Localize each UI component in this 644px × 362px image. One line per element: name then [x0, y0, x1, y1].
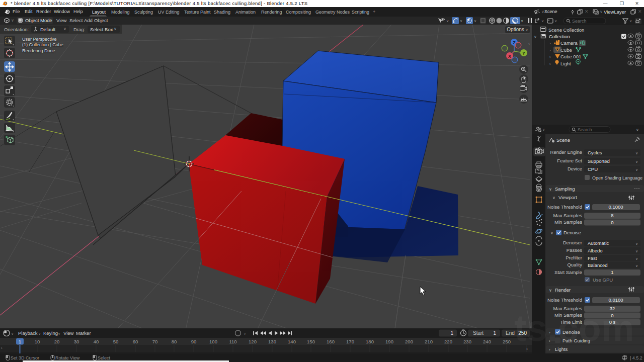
svg-text:Noise Threshold: Noise Threshold: [547, 297, 582, 303]
svg-text:Playback: Playback: [18, 330, 38, 336]
svg-text:Sampling: Sampling: [555, 186, 575, 192]
svg-text:190: 190: [385, 339, 393, 344]
svg-text:∨: ∨: [550, 231, 553, 235]
svg-text:∨: ∨: [549, 187, 552, 192]
svg-text:170: 170: [346, 339, 354, 344]
svg-text:∨: ∨: [541, 19, 544, 23]
svg-text:Search: Search: [572, 19, 587, 24]
svg-text:Rotate View: Rotate View: [55, 355, 80, 360]
svg-text:230: 230: [463, 339, 471, 344]
svg-text:∨: ∨: [635, 168, 638, 171]
svg-text:Keying: Keying: [43, 330, 58, 336]
svg-text:∨: ∨: [521, 19, 523, 23]
svg-text:∨: ∨: [635, 249, 638, 253]
svg-text:30: 30: [74, 339, 79, 344]
svg-text:Select: Select: [98, 355, 111, 360]
svg-text:| 4.5.2: | 4.5.2: [630, 355, 642, 360]
svg-text:X: X: [508, 54, 511, 59]
svg-text:Scene: Scene: [556, 137, 570, 143]
svg-text:›: ›: [549, 62, 551, 66]
svg-text:∨: ∨: [635, 257, 638, 260]
svg-text:90: 90: [191, 339, 197, 344]
svg-text:1: 1: [450, 330, 453, 336]
svg-text:50: 50: [113, 339, 119, 344]
svg-text:Light: Light: [560, 61, 571, 66]
svg-text:Collection: Collection: [549, 34, 570, 39]
svg-text:130: 130: [268, 339, 276, 344]
svg-text:Denoise: Denoise: [564, 230, 581, 235]
svg-text:View: View: [63, 330, 74, 336]
svg-text:Balanced: Balanced: [588, 262, 608, 268]
svg-text:Y: Y: [522, 51, 525, 56]
svg-text:Viewport: Viewport: [558, 195, 577, 200]
svg-text:∨: ∨: [38, 332, 41, 335]
svg-text:Denoiser: Denoiser: [563, 240, 582, 245]
svg-text:100: 100: [209, 339, 217, 344]
svg-text:Passes: Passes: [567, 247, 582, 253]
svg-text:60: 60: [133, 339, 138, 344]
svg-text:Min Samples: Min Samples: [554, 219, 582, 225]
svg-text:∨: ∨: [244, 332, 246, 335]
svg-text:∨: ∨: [629, 19, 632, 23]
svg-text:∨: ∨: [635, 160, 638, 163]
svg-text:Device: Device: [568, 166, 582, 171]
svg-text:70: 70: [152, 339, 158, 344]
svg-text:Render: Render: [555, 287, 571, 293]
svg-text:10: 10: [35, 339, 40, 344]
svg-text:210: 210: [425, 339, 433, 344]
svg-text:Start Sample: Start Sample: [554, 269, 582, 275]
svg-text:Camera: Camera: [560, 40, 578, 46]
svg-text:›: ›: [549, 55, 551, 59]
svg-text:220: 220: [444, 339, 452, 344]
svg-text:∨: ∨: [446, 19, 449, 23]
svg-text:Supported: Supported: [588, 158, 610, 164]
svg-text:Albedo: Albedo: [588, 248, 603, 253]
svg-text:160: 160: [327, 339, 335, 344]
svg-text:40: 40: [94, 339, 99, 344]
svg-text:∨: ∨: [58, 332, 60, 335]
svg-text:Prefilter: Prefilter: [566, 255, 582, 260]
svg-text:Feature Set: Feature Set: [557, 158, 582, 163]
svg-text:End: End: [506, 330, 515, 336]
svg-text:∨: ∨: [635, 264, 638, 267]
svg-text:150: 150: [307, 339, 315, 344]
svg-text:Fast: Fast: [588, 255, 597, 261]
svg-text:∨: ∨: [11, 332, 14, 335]
svg-text:›: ›: [549, 48, 551, 53]
svg-text:200: 200: [405, 339, 413, 344]
svg-text:250: 250: [503, 339, 511, 344]
svg-text:80: 80: [172, 339, 177, 344]
svg-text:Automatic: Automatic: [588, 240, 609, 246]
svg-text:Max Samples: Max Samples: [553, 213, 582, 218]
svg-text:240: 240: [483, 339, 491, 344]
svg-text:∨: ∨: [534, 35, 537, 39]
svg-text:Start: Start: [473, 330, 484, 336]
svg-text:Open Shading Language: Open Shading Language: [592, 175, 642, 180]
svg-text:180: 180: [366, 339, 374, 344]
svg-text:0.1000: 0.1000: [608, 204, 623, 210]
svg-text:∨: ∨: [635, 242, 638, 245]
svg-text:∨: ∨: [542, 128, 545, 131]
svg-text:∨: ∨: [460, 19, 462, 23]
svg-text:Scene Collection: Scene Collection: [548, 27, 584, 33]
svg-text:Quality: Quality: [567, 262, 582, 267]
svg-text:110: 110: [229, 339, 236, 344]
svg-text:Search: Search: [578, 127, 592, 132]
svg-text:›: ›: [549, 41, 551, 46]
svg-text:1: 1: [611, 269, 613, 275]
svg-text:Set 3D Cursor: Set 3D Cursor: [11, 355, 39, 360]
svg-text:∨: ∨: [552, 196, 555, 200]
svg-text:∨: ∨: [554, 19, 557, 23]
svg-text:›: ›: [1, 346, 3, 350]
svg-text:0: 0: [611, 220, 613, 225]
svg-text:1: 1: [19, 339, 21, 344]
svg-text:Use GPU: Use GPU: [593, 277, 613, 283]
svg-text:∨: ∨: [635, 151, 638, 155]
svg-text:Cycles: Cycles: [588, 150, 602, 155]
svg-text:140: 140: [288, 339, 296, 344]
svg-text:Cube: Cube: [560, 47, 572, 53]
svg-text:Cube.001: Cube.001: [560, 54, 581, 59]
svg-text:20: 20: [54, 339, 60, 344]
svg-text:∨: ∨: [549, 288, 552, 293]
svg-text:Noise Threshold: Noise Threshold: [547, 204, 582, 210]
